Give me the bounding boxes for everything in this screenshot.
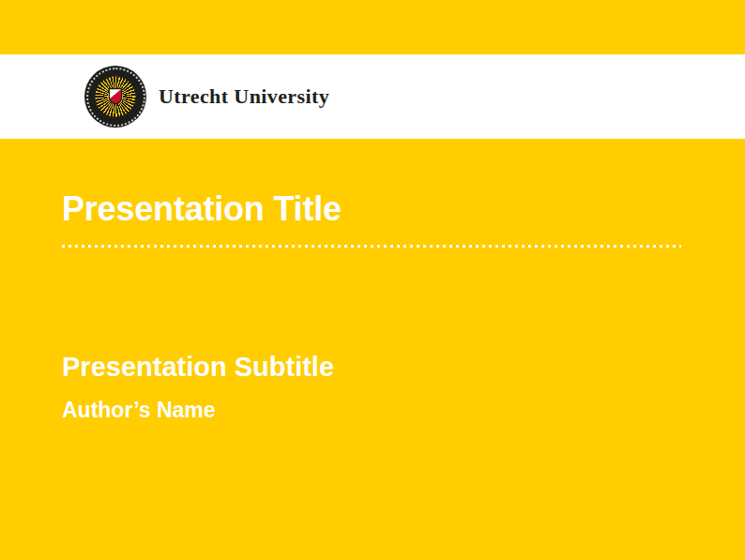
author-name: Author’s Name <box>62 399 216 422</box>
university-wordmark: Utrecht University <box>159 84 329 109</box>
dotted-divider <box>60 244 681 249</box>
logo-band: Utrecht University <box>0 54 745 139</box>
utrecht-shield-icon <box>109 88 123 105</box>
presentation-title: Presentation Title <box>62 190 342 228</box>
utrecht-university-seal-icon <box>84 66 146 128</box>
presentation-slide: Utrecht University Presentation Title Pr… <box>0 0 745 560</box>
university-brand: Utrecht University <box>84 66 329 128</box>
presentation-subtitle: Presentation Subtitle <box>62 353 334 383</box>
